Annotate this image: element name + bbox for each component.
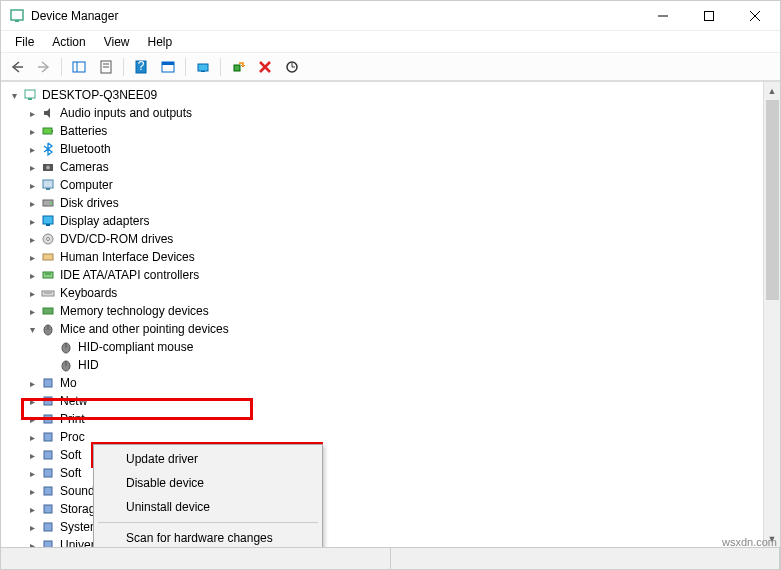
svg-rect-18	[201, 71, 205, 72]
chevron-down-icon[interactable]: ▾	[25, 322, 39, 336]
tree-category[interactable]: ▸IDE ATA/ATAPI controllers	[5, 266, 763, 284]
chevron-right-icon[interactable]: ▸	[25, 520, 39, 534]
titlebar: Device Manager	[1, 1, 780, 31]
tree-category[interactable]: ▸Memory technology devices	[5, 302, 763, 320]
device-icon	[40, 537, 56, 547]
tree-label: HID-compliant mouse	[78, 340, 193, 354]
statusbar	[1, 547, 780, 569]
menu-help[interactable]: Help	[140, 33, 181, 51]
tree-category-mice[interactable]: ▾ Mice and other pointing devices	[5, 320, 763, 338]
tree-category[interactable]: ▸Display adapters	[5, 212, 763, 230]
tree-category[interactable]: ▸Disk drives	[5, 194, 763, 212]
tree-category[interactable]: ▸DVD/CD-ROM drives	[5, 230, 763, 248]
chevron-right-icon[interactable]: ▸	[25, 250, 39, 264]
chevron-right-icon[interactable]: ▸	[25, 178, 39, 192]
status-cell	[1, 548, 391, 569]
action-button[interactable]	[156, 55, 180, 79]
tree-label: Bluetooth	[60, 142, 111, 156]
memory-icon	[40, 303, 56, 319]
tree-root[interactable]: ▾ DESKTOP-Q3NEE09	[5, 86, 763, 104]
cm-scan-hardware[interactable]: Scan for hardware changes	[96, 526, 320, 547]
svg-rect-32	[46, 224, 50, 226]
device-manager-window: Device Manager File Action View Help ? ▾	[0, 0, 781, 570]
chevron-right-icon[interactable]: ▸	[25, 394, 39, 408]
forward-button[interactable]	[32, 55, 56, 79]
tree-label: Print	[60, 412, 85, 426]
chevron-right-icon[interactable]: ▸	[25, 448, 39, 462]
update-driver-button[interactable]	[191, 55, 215, 79]
keyboard-icon	[40, 285, 56, 301]
chevron-right-icon[interactable]: ▸	[25, 268, 39, 282]
tree-category[interactable]: ▸Computer	[5, 176, 763, 194]
vertical-scrollbar[interactable]: ▲ ▼	[763, 82, 780, 547]
svg-rect-21	[25, 90, 35, 98]
cm-uninstall-device[interactable]: Uninstall device	[96, 495, 320, 519]
chevron-right-icon[interactable]: ▸	[25, 214, 39, 228]
tree-category[interactable]: ▸Audio inputs and outputs	[5, 104, 763, 122]
show-hide-tree-button[interactable]	[67, 55, 91, 79]
tree-category[interactable]: ▸Batteries	[5, 122, 763, 140]
chevron-right-icon[interactable]: ▸	[25, 232, 39, 246]
chevron-right-icon[interactable]: ▸	[25, 484, 39, 498]
svg-rect-53	[44, 487, 52, 495]
tree-category[interactable]: ▸Keyboards	[5, 284, 763, 302]
tree-label: IDE ATA/ATAPI controllers	[60, 268, 199, 282]
menu-view[interactable]: View	[96, 33, 138, 51]
tree-label: Soft	[60, 448, 81, 462]
svg-rect-36	[43, 272, 53, 278]
svg-rect-52	[44, 469, 52, 477]
menu-action[interactable]: Action	[44, 33, 93, 51]
minimize-button[interactable]	[640, 1, 686, 31]
ide-icon	[40, 267, 56, 283]
chevron-right-icon[interactable]: ▸	[25, 160, 39, 174]
chevron-right-icon[interactable]: ▸	[25, 142, 39, 156]
tree-category[interactable]: ▸Cameras	[5, 158, 763, 176]
tree-label: Disk drives	[60, 196, 119, 210]
close-button[interactable]	[732, 1, 778, 31]
svg-rect-27	[43, 180, 53, 188]
chevron-right-icon[interactable]: ▸	[25, 376, 39, 390]
tree-category[interactable]: ▸Bluetooth	[5, 140, 763, 158]
svg-rect-16	[162, 62, 174, 65]
svg-rect-28	[46, 188, 50, 190]
tree-device-hid-mouse[interactable]: HID-compliant mouse	[5, 338, 763, 356]
tree-category[interactable]: ▸Print	[5, 410, 763, 428]
chevron-down-icon[interactable]: ▾	[7, 88, 21, 102]
svg-rect-23	[43, 128, 52, 134]
maximize-button[interactable]	[686, 1, 732, 31]
chevron-right-icon[interactable]: ▸	[25, 106, 39, 120]
tree-device-hid-mouse-2[interactable]: HID	[5, 356, 763, 374]
tree-label: HID	[78, 358, 99, 372]
help-button[interactable]: ?	[129, 55, 153, 79]
audio-icon	[40, 105, 56, 121]
device-icon	[40, 429, 56, 445]
chevron-right-icon[interactable]: ▸	[25, 538, 39, 547]
tree-label: Audio inputs and outputs	[60, 106, 192, 120]
chevron-right-icon[interactable]: ▸	[25, 286, 39, 300]
chevron-right-icon[interactable]: ▸	[25, 304, 39, 318]
chevron-right-icon[interactable]: ▸	[25, 412, 39, 426]
chevron-right-icon[interactable]: ▸	[25, 466, 39, 480]
scroll-up-button[interactable]: ▲	[764, 82, 780, 99]
tree-label: Computer	[60, 178, 113, 192]
tree-category[interactable]: ▸Human Interface Devices	[5, 248, 763, 266]
enable-device-button[interactable]	[226, 55, 250, 79]
toolbar: ?	[1, 53, 780, 81]
scrollbar-thumb[interactable]	[766, 100, 779, 300]
chevron-right-icon[interactable]: ▸	[25, 124, 39, 138]
cm-update-driver[interactable]: Update driver	[96, 447, 320, 471]
chevron-right-icon[interactable]: ▸	[25, 430, 39, 444]
tree-category[interactable]: ▸Mo	[5, 374, 763, 392]
tree-category[interactable]: ▸Netw	[5, 392, 763, 410]
cm-disable-device[interactable]: Disable device	[96, 471, 320, 495]
tree-label: Mo	[60, 376, 77, 390]
menu-file[interactable]: File	[7, 33, 42, 51]
back-button[interactable]	[5, 55, 29, 79]
scan-hardware-button[interactable]	[280, 55, 304, 79]
chevron-right-icon[interactable]: ▸	[25, 502, 39, 516]
chevron-right-icon[interactable]: ▸	[25, 196, 39, 210]
context-menu: Update driver Disable device Uninstall d…	[93, 444, 323, 547]
properties-button[interactable]	[94, 55, 118, 79]
svg-rect-8	[73, 62, 85, 72]
uninstall-device-button[interactable]	[253, 55, 277, 79]
